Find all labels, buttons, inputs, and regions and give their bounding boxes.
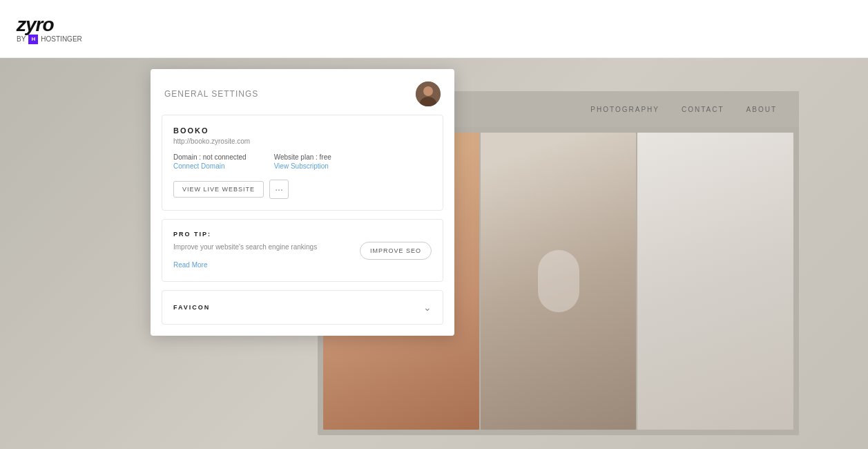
nav-link-photography: PHOTOGRAPHY xyxy=(590,106,659,113)
settings-panel: General Settings BOOKO http://booko.zyro… xyxy=(151,69,454,336)
view-subscription-link[interactable]: View Subscription xyxy=(274,162,331,170)
hostinger-text: HOSTINGER xyxy=(41,35,81,43)
domain-status: Domain : not connected xyxy=(173,153,247,161)
pro-tip-card: PRO TIP: Improve your website's search e… xyxy=(162,219,443,282)
plan-status: Website plan : free xyxy=(274,153,331,161)
chevron-down-icon: ⌄ xyxy=(423,302,432,313)
nav-link-contact: CONTACT xyxy=(682,106,724,113)
site-url: http://booko.zyrosite.com xyxy=(173,137,432,145)
nav-link-about: ABOUT xyxy=(746,106,777,113)
connect-domain-link[interactable]: Connect Domain xyxy=(173,162,247,170)
more-options-button[interactable]: ··· xyxy=(269,180,289,199)
preview-nav-links: PHOTOGRAPHY CONTACT ABOUT xyxy=(590,106,777,113)
avatar xyxy=(416,82,441,106)
plan-meta: Website plan : free View Subscription xyxy=(274,153,331,170)
read-more-link[interactable]: Read More xyxy=(173,261,207,269)
site-name: BOOKO xyxy=(173,126,432,135)
preview-image-3 xyxy=(637,133,793,430)
zyro-logo: zyro xyxy=(17,14,54,36)
pro-tip-left: PRO TIP: Improve your website's search e… xyxy=(173,231,351,270)
pro-tip-text: Improve your website's search engine ran… xyxy=(173,242,351,252)
site-card: BOOKO http://booko.zyrosite.com Domain :… xyxy=(162,115,443,211)
svg-point-1 xyxy=(423,86,433,96)
logo-container: zyro BY H HOSTINGER xyxy=(17,14,82,44)
domain-meta: Domain : not connected Connect Domain xyxy=(173,153,247,170)
panel-title: General Settings xyxy=(164,89,258,99)
avatar-image xyxy=(416,82,441,106)
improve-seo-button[interactable]: IMPROVE SEO xyxy=(360,242,432,260)
pro-tip-label: PRO TIP: xyxy=(173,231,351,238)
site-meta: Domain : not connected Connect Domain We… xyxy=(173,153,432,170)
by-text: BY xyxy=(17,35,26,43)
favicon-label: FAVICON xyxy=(173,304,210,311)
hostinger-icon: H xyxy=(28,35,38,44)
preview-image-2 xyxy=(481,133,637,430)
favicon-section[interactable]: FAVICON ⌄ xyxy=(162,290,443,325)
site-actions: VIEW LIVE WEBSITE ··· xyxy=(173,180,432,199)
panel-header: General Settings xyxy=(151,69,454,115)
view-live-button[interactable]: VIEW LIVE WEBSITE xyxy=(173,181,264,198)
header: zyro BY H HOSTINGER xyxy=(0,0,868,58)
hostinger-branding: BY H HOSTINGER xyxy=(17,35,82,44)
